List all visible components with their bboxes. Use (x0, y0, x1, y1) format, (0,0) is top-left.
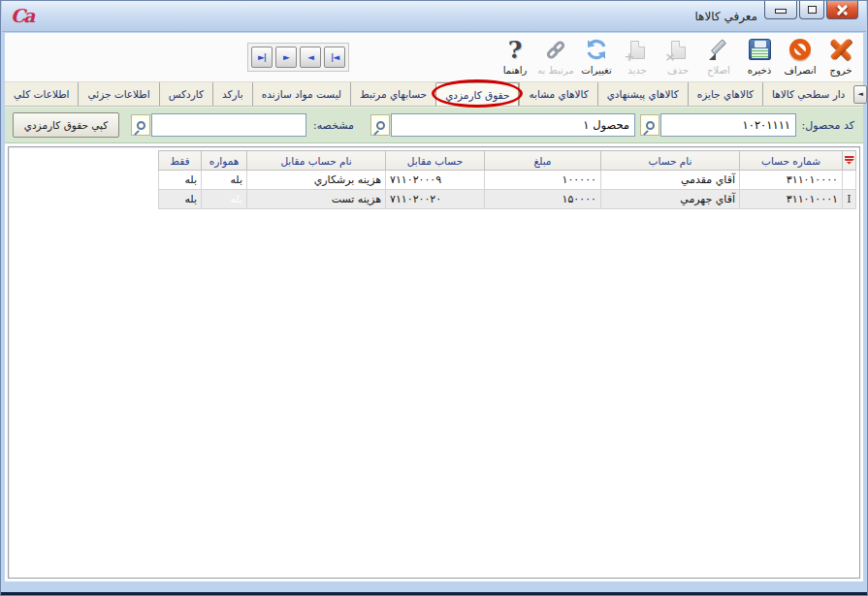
tab-kalahaye-jayezeh[interactable]: كالاهاي جايزه (688, 82, 762, 106)
search-icon (137, 121, 145, 130)
table-row: I۳۱۱۰۱۰۰۰۱آقاي جهرمي۱۵۰۰۰۰۷۱۱۰۲۰۰۲۰هزينه… (159, 190, 856, 209)
tab-ettelaat-kolli[interactable]: اطلاعات كلي (5, 82, 78, 106)
tab-kalahaye-pishnahadi[interactable]: كالاهاي پيشنهادي (597, 82, 688, 106)
window-title: معرفي كالاها (694, 10, 757, 23)
toolbar-button-exit[interactable]: خروج (820, 35, 861, 76)
tab-kardex[interactable]: كاردكس (159, 82, 212, 106)
move-first-button[interactable]: |◄ (324, 47, 345, 68)
toolbar-button-link: مرتبط به (535, 35, 576, 76)
tab-hesabhaye-mortabet[interactable]: حسابهاي مرتبط (350, 82, 435, 106)
cell-counter_account[interactable]: ۷۱۱۰۲۰۰۰۹ (386, 171, 485, 190)
toolbar: ►|►◄|◄ ?راهنمامرتبط بهتغييرات+جديد×حذفاص… (5, 33, 863, 82)
move-prev-button[interactable]: ◄ (300, 47, 321, 68)
window-bottom-edge (1, 592, 867, 595)
column-header-amount[interactable]: مبلغ (485, 151, 601, 171)
cell-always[interactable]: بله (202, 190, 247, 209)
client-area: ►|►◄|◄ ?راهنمامرتبط بهتغييرات+جديد×حذفاص… (5, 33, 863, 581)
attribute-search-button[interactable] (131, 114, 150, 136)
table-row: ۳۱۱۰۱۰۰۰۰آقاي مقدمي۱۰۰۰۰۰۷۱۱۰۲۰۰۰۹هزينه … (159, 171, 856, 190)
app-logo: Ca (11, 5, 33, 26)
close-icon (836, 4, 849, 16)
floppy-disk-icon (749, 39, 771, 60)
attribute-input[interactable] (151, 113, 306, 137)
accounts-grid: شماره حسابنام حسابمبلغحساب مقابلنام حساب… (158, 150, 856, 209)
toolbar-button-delete: ×حذف (658, 35, 698, 76)
column-header-counter_account_name[interactable]: نام حساب مقابل (247, 151, 386, 171)
cell-counter_account_name[interactable]: هزينه تست (247, 190, 386, 209)
tab-hoghoogh-karmozdi[interactable]: حقوق كارمزدي (435, 82, 519, 106)
product-code-label: كد محصول: (802, 119, 854, 132)
toolbar-button-edit: اصلاح (698, 35, 739, 76)
tab-scroll-buttons: ◄► (853, 82, 868, 106)
cell-only[interactable]: بله (159, 171, 202, 190)
product-code-search-button[interactable] (640, 114, 659, 136)
app-window: Ca معرفي كالاها ►|►◄|◄ ?راهنمامرتبط بهتغ… (0, 0, 868, 596)
tab-barcode[interactable]: باركد (212, 82, 252, 106)
maximize-button[interactable] (799, 1, 824, 19)
move-next-button[interactable]: ► (275, 47, 297, 68)
cell-counter_account[interactable]: ۷۱۱۰۲۰۰۲۰ (386, 190, 485, 209)
pencil-icon (706, 37, 731, 62)
no-entry-icon (785, 34, 815, 64)
toolbar-actions: ?راهنمامرتبط بهتغييرات+جديد×حذفاصلاحذخير… (495, 35, 861, 76)
move-last-button[interactable]: ►| (251, 47, 273, 68)
cell-amount[interactable]: ۱۵۰۰۰۰ (485, 190, 601, 209)
product-name-input[interactable] (391, 113, 635, 137)
close-button[interactable] (826, 1, 858, 19)
maximize-icon (808, 6, 817, 14)
content-panel: شماره حسابنام حسابمبلغحساب مقابلنام حساب… (8, 146, 860, 579)
column-header-counter_account[interactable]: حساب مقابل (386, 151, 485, 171)
search-icon (376, 121, 385, 130)
row-indicator-cell[interactable] (843, 171, 856, 190)
toolbar-button-new: +جديد (617, 35, 658, 76)
cell-account_no[interactable]: ۳۱۱۰۱۰۰۰۱ (740, 190, 843, 209)
tab-strip: اطلاعات كلياطلاعات جزئيكاردكسباركدليست م… (5, 82, 863, 107)
column-header-account_name[interactable]: نام حساب (601, 151, 740, 171)
toolbar-button-cancel[interactable]: انصراف (780, 35, 820, 76)
attribute-label: مشخصه: (313, 119, 354, 132)
row-indicator-cell[interactable]: I (843, 190, 856, 209)
title-bar: Ca معرفي كالاها (2, 1, 866, 32)
toolbar-button-changes[interactable]: تغييرات (576, 35, 617, 76)
new-document-icon: + (630, 41, 645, 59)
column-header-row-indicator[interactable] (843, 151, 856, 171)
help-icon: ? (508, 36, 523, 64)
record-navigator: ►|►◄|◄ (247, 43, 349, 72)
minimize-icon (775, 9, 787, 14)
cell-only[interactable]: بله (159, 190, 202, 209)
column-header-only[interactable]: فقط (159, 151, 202, 171)
window-controls (764, 1, 858, 19)
product-code-input[interactable] (660, 113, 796, 137)
column-header-always[interactable]: همواره (202, 151, 247, 171)
cell-amount[interactable]: ۱۰۰۰۰۰ (485, 171, 601, 190)
cell-account_name[interactable]: آقاي مقدمي (601, 171, 740, 190)
cell-account_no[interactable]: ۳۱۱۰۱۰۰۰۰ (740, 171, 843, 190)
exit-x-icon (828, 38, 853, 61)
form-strip: كپي حقوق كارمزدي مشخصه: كد محصول: (5, 107, 863, 143)
column-header-account_no[interactable]: شماره حساب (740, 151, 843, 171)
chain-link-icon (545, 39, 566, 60)
tab-scroll-left-button[interactable]: ◄ (853, 85, 867, 104)
tab-kalahaye-moshabeh[interactable]: كالاهاي مشابه (519, 82, 596, 106)
cell-always[interactable]: بله (202, 171, 247, 190)
toolbar-button-save[interactable]: ذخيره (739, 35, 780, 76)
refresh-icon (584, 37, 609, 62)
minimize-button[interactable] (764, 1, 797, 19)
tab-list-mavad-sazandeh[interactable]: ليست مواد سازنده (252, 82, 350, 106)
record-marker-icon (845, 156, 854, 165)
cell-account_name[interactable]: آقاي جهرمي (601, 190, 740, 209)
cell-counter_account_name[interactable]: هزينه برشكاري (247, 171, 386, 190)
search-icon (646, 121, 655, 130)
copy-wage-rights-button[interactable]: كپي حقوق كارمزدي (13, 112, 119, 138)
tab-dar-sathi-kalaha[interactable]: دار سطحي كالاها (762, 82, 853, 106)
toolbar-button-help[interactable]: ?راهنما (495, 35, 535, 76)
tab-ettelaat-jozi[interactable]: اطلاعات جزئي (78, 82, 158, 106)
product-name-search-button[interactable] (370, 114, 390, 136)
delete-document-icon: × (671, 41, 686, 59)
